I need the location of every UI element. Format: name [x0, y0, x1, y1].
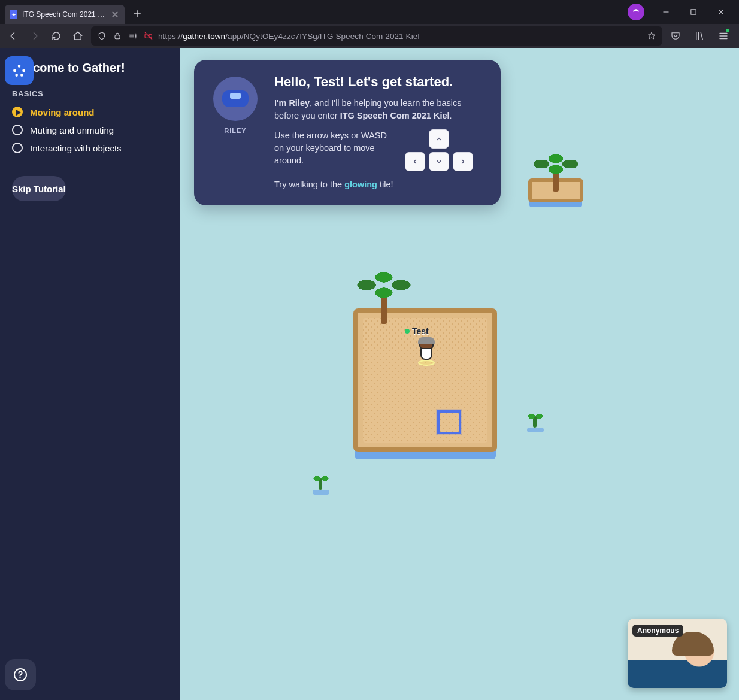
window-minimize-button[interactable] [653, 0, 679, 24]
svg-point-10 [22, 69, 25, 72]
svg-point-14 [19, 677, 20, 678]
decor-plant [526, 411, 545, 430]
decor-small-island [528, 164, 583, 202]
tab-favicon: ✦ [10, 10, 17, 19]
private-browsing-icon [628, 4, 644, 20]
sidebar-item-moving-around[interactable]: Moving around [12, 107, 168, 117]
svg-point-1 [637, 11, 638, 13]
library-button[interactable] [691, 28, 708, 44]
svg-point-11 [15, 74, 18, 77]
tutorial-card: RILEY Hello, Test! Let's get started. I'… [194, 60, 501, 205]
url-text: https://gather.town/app/NQytOEy4zzc7IYSg… [158, 32, 419, 41]
svg-point-9 [13, 69, 16, 72]
avatar-name: RILEY [224, 127, 246, 134]
riley-avatar [213, 77, 258, 121]
window-titlebar: ✦ ITG Speech Com 2021 Kiel | Gath [0, 0, 739, 24]
save-to-pocket-button[interactable] [667, 28, 684, 44]
decor-plant [311, 473, 331, 492]
main-island: Test [353, 308, 497, 452]
new-tab-button[interactable] [128, 5, 146, 23]
lock-icon[interactable] [113, 31, 122, 41]
sidebar-item-muting[interactable]: Muting and unmuting [12, 125, 168, 135]
close-tab-button[interactable] [111, 10, 119, 19]
glowing-tile[interactable] [437, 410, 461, 434]
skip-tutorial-button[interactable]: Skip Tutorial [12, 176, 66, 201]
svg-point-12 [20, 74, 23, 77]
palm-tree-icon [381, 292, 387, 324]
player-avatar[interactable] [416, 338, 437, 365]
gather-logo [5, 56, 34, 85]
presence-dot-icon [405, 329, 410, 334]
tutorial-heading: Hello, Test! Let's get started. [274, 74, 486, 90]
basics-label: BASICS [12, 89, 168, 98]
svg-point-6 [135, 37, 137, 38]
app-menu-button[interactable] [715, 28, 732, 44]
welcome-heading: Welcome to Gather! [12, 61, 168, 75]
svg-point-4 [135, 34, 137, 35]
window-close-button[interactable] [708, 0, 734, 24]
camera-blocked-icon[interactable] [144, 31, 153, 41]
address-bar[interactable]: https://gather.town/app/NQytOEy4zzc7IYSg… [91, 26, 662, 46]
self-video-tile[interactable]: Anonymous [628, 619, 727, 688]
tutorial-intro: I'm Riley, and I'll be helping you learn… [274, 97, 486, 122]
sidebar-item-label: Moving around [30, 107, 95, 117]
game-canvas[interactable]: RILEY Hello, Test! Let's get started. I'… [180, 48, 739, 700]
window-maximize-button[interactable] [680, 0, 707, 24]
sidebar-item-interacting[interactable]: Interacting with objects [12, 143, 168, 153]
tab-title: ITG Speech Com 2021 Kiel | Gath [22, 10, 106, 19]
browser-tab[interactable]: ✦ ITG Speech Com 2021 Kiel | Gath [5, 5, 125, 24]
sidebar-item-label: Interacting with objects [30, 143, 122, 153]
palm-tree-icon [553, 168, 559, 192]
arrow-keypad [405, 129, 473, 171]
shield-icon[interactable] [97, 31, 107, 41]
tutorial-sidebar: Welcome to Gather! BASICS Moving around … [0, 48, 180, 700]
svg-point-0 [634, 11, 635, 13]
play-icon [12, 107, 23, 117]
svg-rect-3 [115, 35, 120, 39]
browser-navbar: https://gather.town/app/NQytOEy4zzc7IYSg… [0, 24, 739, 48]
forward-button[interactable] [26, 28, 43, 44]
svg-rect-2 [691, 10, 696, 14]
video-label: Anonymous [632, 625, 683, 637]
arrow-down-key[interactable] [429, 152, 449, 171]
arrow-left-key[interactable] [405, 152, 425, 171]
home-button[interactable] [69, 28, 86, 44]
help-button[interactable] [5, 659, 36, 690]
arrow-up-key[interactable] [429, 129, 449, 149]
arrow-right-key[interactable] [453, 152, 473, 171]
player-name-label: Test [405, 326, 429, 336]
back-button[interactable] [5, 28, 22, 44]
bookmark-star-button[interactable] [647, 31, 656, 41]
permissions-icon[interactable] [128, 31, 138, 41]
sidebar-item-label: Muting and unmuting [30, 125, 114, 135]
svg-point-8 [18, 65, 21, 68]
reload-button[interactable] [48, 28, 65, 44]
circle-icon [12, 125, 23, 135]
tutorial-move-hint: Use the arrow keys or WASD on your keybo… [274, 129, 394, 167]
circle-icon [12, 143, 23, 153]
svg-point-5 [135, 35, 137, 37]
tutorial-walk-line: Try walking to the glowing tile! [274, 178, 486, 191]
